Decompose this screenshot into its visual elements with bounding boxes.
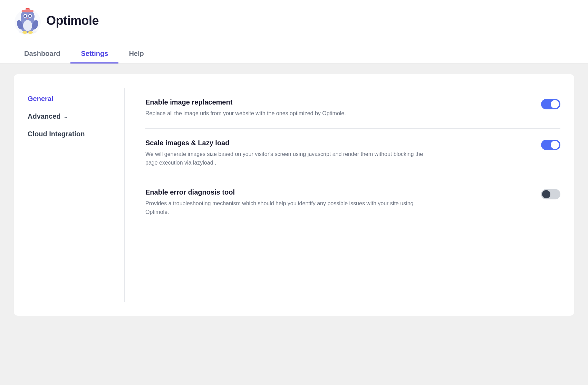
toggle-error-diagnosis-slider	[541, 189, 560, 199]
svg-point-15	[15, 9, 41, 34]
setting-scale-lazy-load-title: Scale images & Lazy load	[145, 139, 527, 147]
toggle-scale-lazy-load[interactable]	[541, 140, 560, 150]
toggle-image-replacement[interactable]	[541, 99, 560, 109]
setting-error-diagnosis-toggle-container	[541, 188, 560, 199]
toggle-error-diagnosis[interactable]	[541, 189, 560, 199]
sidebar-item-cloud-integration[interactable]: Cloud Integration	[28, 127, 104, 141]
tab-dashboard[interactable]: Dashboard	[14, 45, 70, 63]
setting-image-replacement: Enable image replacement Replace all the…	[145, 88, 560, 129]
settings-sidebar: General Advanced ⌄ Cloud Integration	[28, 88, 104, 302]
setting-error-diagnosis-title: Enable error diagnosis tool	[145, 188, 527, 196]
setting-image-replacement-text: Enable image replacement Replace all the…	[145, 98, 527, 118]
setting-error-diagnosis-text: Enable error diagnosis tool Provides a t…	[145, 188, 527, 217]
setting-image-replacement-title: Enable image replacement	[145, 98, 527, 106]
chevron-down-icon: ⌄	[64, 114, 68, 119]
toggle-image-replacement-slider	[541, 99, 560, 109]
setting-error-diagnosis-desc: Provides a troubleshooting mechanism whi…	[145, 199, 428, 217]
logo-area: Optimole	[14, 7, 574, 41]
setting-image-replacement-desc: Replace all the image urls from your web…	[145, 109, 428, 118]
logo-icon	[14, 7, 41, 34]
main-nav: Dashboard Settings Help	[14, 45, 574, 63]
sidebar-cloud-label: Cloud Integration	[28, 130, 85, 138]
setting-error-diagnosis: Enable error diagnosis tool Provides a t…	[145, 178, 560, 227]
setting-scale-lazy-load-desc: We will generate images size based on yo…	[145, 150, 428, 167]
tab-help[interactable]: Help	[118, 45, 154, 63]
sidebar-item-advanced[interactable]: Advanced ⌄	[28, 109, 104, 124]
page-header: Optimole Dashboard Settings Help	[0, 0, 588, 64]
setting-scale-lazy-load-text: Scale images & Lazy load We will generat…	[145, 139, 527, 167]
app-name: Optimole	[46, 13, 99, 28]
tab-settings[interactable]: Settings	[70, 45, 118, 63]
setting-scale-lazy-load-toggle-container	[541, 139, 560, 150]
sidebar-general-label: General	[28, 95, 53, 103]
main-content: General Advanced ⌄ Cloud Integration Ena…	[0, 64, 588, 340]
setting-image-replacement-toggle-container	[541, 98, 560, 109]
sidebar-item-general[interactable]: General	[28, 91, 104, 106]
sidebar-advanced-label: Advanced	[28, 112, 61, 120]
settings-panel: General Advanced ⌄ Cloud Integration Ena…	[14, 74, 574, 316]
settings-content-area: Enable image replacement Replace all the…	[124, 88, 560, 302]
setting-scale-lazy-load: Scale images & Lazy load We will generat…	[145, 129, 560, 178]
toggle-scale-lazy-load-slider	[541, 140, 560, 150]
